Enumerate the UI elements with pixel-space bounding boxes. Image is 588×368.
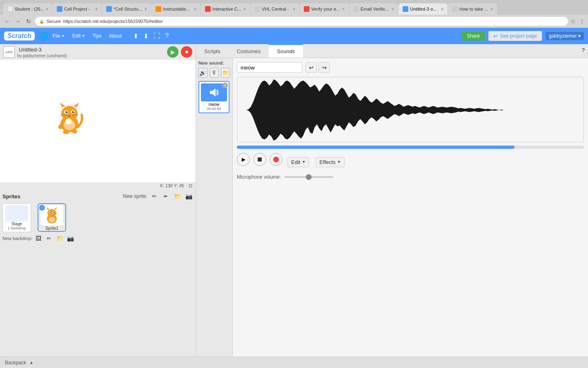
browser-chrome: Student : (26... × Cell Project - × *Cel… — [0, 0, 588, 28]
sound-item-meow[interactable]: × meow 00:00.84 — [198, 81, 229, 113]
tab-close-icon[interactable]: × — [441, 7, 443, 11]
sprite-info-badge[interactable]: i — [39, 205, 45, 211]
stage-canvas — [0, 60, 196, 182]
user-menu[interactable]: gabbyziemer ▾ — [546, 32, 584, 40]
record-dot-icon — [273, 157, 279, 162]
sound-import-button[interactable]: 📁 — [221, 68, 230, 78]
new-sprite-pencil-button[interactable]: ✒ — [161, 192, 170, 201]
nav-edit[interactable]: Edit ▼ — [69, 31, 89, 40]
tab-close-icon[interactable]: × — [293, 7, 295, 11]
sprites-title: Sprites — [2, 193, 20, 200]
play-button[interactable]: ▶ — [237, 153, 250, 166]
menu-icon[interactable]: ⋮ — [579, 18, 585, 25]
tab-close-icon[interactable]: × — [392, 7, 394, 11]
nav-file[interactable]: File ▼ — [49, 31, 68, 40]
stage-resize-icon[interactable]: ⊡ — [189, 183, 192, 188]
tab-interactive[interactable]: Interactive C... × — [201, 3, 250, 15]
cat-sprite[interactable] — [53, 99, 86, 135]
svg-point-11 — [73, 111, 74, 112]
sound-speaker-button[interactable]: 🔊 — [198, 68, 207, 78]
address-bar[interactable]: 🔒 Secure https://scratch.mit.edu/project… — [35, 17, 568, 26]
upload-icon[interactable]: ⬆ — [133, 32, 138, 40]
svg-rect-32 — [210, 91, 212, 94]
sprites-header: Sprites New sprite: ✏ ✒ 📁 📷 — [2, 192, 193, 201]
tab-close-icon[interactable]: × — [342, 7, 345, 11]
stage-thumbnail-btn[interactable]: v456 — [3, 46, 15, 58]
tab-vhl[interactable]: VHL Central - × — [250, 3, 299, 15]
mic-volume-slider[interactable] — [284, 176, 333, 178]
fullscreen-icon[interactable]: ⛶ — [154, 32, 160, 40]
sound-item-close-button[interactable]: × — [222, 83, 228, 88]
new-backdrop-label: New backdrop: — [2, 236, 32, 241]
svg-rect-35 — [258, 157, 262, 162]
sound-item-label: meow — [201, 102, 227, 107]
new-backdrop-import-button[interactable]: 📁 — [55, 234, 64, 243]
forward-button[interactable]: → — [14, 17, 22, 25]
tab-close-icon[interactable]: × — [95, 7, 98, 11]
tab-title: Student : (26... — [15, 7, 44, 11]
progress-bar — [237, 146, 514, 149]
tab-email-verific[interactable]: Email Verific... × — [349, 3, 398, 15]
progress-bar-container[interactable] — [237, 146, 584, 149]
undo-button[interactable]: ↩ — [305, 62, 317, 73]
svg-point-10 — [67, 111, 67, 112]
new-sprite-camera-button[interactable]: 📷 — [184, 192, 193, 201]
help-icon[interactable]: ? — [165, 32, 169, 40]
new-backdrop-pencil-button[interactable]: ✏ — [45, 234, 53, 243]
scratch-app: Scratch 🌐 File ▼ Edit ▼ Tips About ⬆ ⬇ ⛶… — [0, 28, 588, 368]
stop-button[interactable]: ■ — [181, 46, 192, 58]
sound-record-button[interactable]: 🎙 — [210, 68, 219, 78]
stage-thumbnail-item[interactable]: Stage 1 backdrop — [2, 203, 31, 232]
back-button[interactable]: ← — [3, 17, 11, 25]
effects-dropdown-arrow: ▼ — [337, 160, 341, 164]
tab-instructable[interactable]: Instructable... × — [151, 3, 200, 15]
bookmark-icon[interactable]: ☆ — [570, 18, 576, 25]
tab-close-icon[interactable]: × — [243, 7, 246, 11]
new-sprite-import-button[interactable]: 📁 — [173, 192, 182, 201]
tab-title: Untitled-3 o... — [410, 7, 439, 11]
help-question-icon[interactable]: ? — [579, 44, 588, 58]
tab-close-icon[interactable]: × — [194, 7, 196, 11]
reload-button[interactable]: ↻ — [24, 17, 33, 25]
nav-tips[interactable]: Tips — [89, 31, 105, 40]
tab-sounds[interactable]: Sounds — [269, 44, 303, 58]
tab-favicon — [353, 6, 359, 12]
tab-close-icon[interactable]: × — [490, 7, 493, 11]
tab-close-icon[interactable]: × — [145, 7, 147, 11]
backpack-bar[interactable]: Backpack ▲ — [0, 357, 588, 368]
see-project-button[interactable]: ↩ See project page — [488, 31, 542, 41]
tab-favicon — [57, 6, 62, 12]
globe-icon[interactable]: 🌐 — [40, 31, 49, 40]
tab-student[interactable]: Student : (26... × — [3, 3, 52, 15]
tab-cell-project[interactable]: Cell Project - × — [53, 3, 102, 15]
nav-about[interactable]: About — [106, 31, 125, 40]
green-flag-button[interactable]: ▶ — [167, 46, 178, 58]
download-icon[interactable]: ⬇ — [143, 32, 149, 40]
sound-name-input[interactable] — [237, 62, 302, 73]
effects-dropdown-button[interactable]: Effects ▼ — [316, 157, 344, 167]
redo-button[interactable]: ↪ — [318, 62, 330, 73]
new-backdrop-camera-button[interactable]: 📷 — [66, 234, 75, 243]
tab-cell-structure[interactable]: *Cell Structu... × — [102, 3, 151, 15]
share-button[interactable]: Share — [462, 31, 485, 40]
tab-favicon — [156, 6, 161, 12]
secure-label: Secure — [47, 19, 61, 24]
undo-redo-buttons: ↩ ↪ — [305, 62, 330, 73]
tab-how-to[interactable]: How to take ... × — [448, 3, 497, 15]
record-button[interactable] — [270, 153, 283, 166]
new-sprite-paint-button[interactable]: ✏ — [150, 192, 159, 201]
tab-costumes[interactable]: Costumes — [229, 44, 269, 58]
tab-close-icon[interactable]: × — [46, 7, 48, 11]
tab-untitled3[interactable]: Untitled-3 o... × — [399, 3, 448, 15]
svg-point-1 — [61, 106, 78, 121]
sprite1-thumb[interactable]: i — [38, 203, 66, 232]
tab-scripts[interactable]: Scripts — [196, 44, 229, 58]
stop-sound-button[interactable] — [253, 153, 266, 166]
project-title-input[interactable] — [17, 46, 165, 54]
tab-favicon — [254, 6, 260, 12]
edit-dropdown-button[interactable]: Edit ▼ — [287, 157, 309, 167]
mic-volume-label: Microphone volume: — [237, 174, 281, 180]
tab-verify-email[interactable]: Verify your e... × — [300, 3, 349, 15]
tab-favicon — [304, 6, 310, 12]
new-backdrop-paint-button[interactable]: 🖼 — [34, 234, 43, 243]
